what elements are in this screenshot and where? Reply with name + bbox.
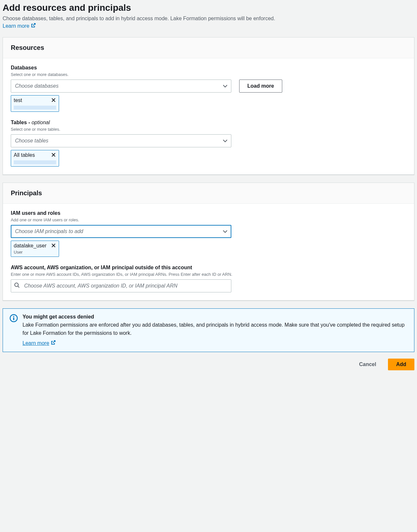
info-alert: You might get access denied Lake Formati… bbox=[3, 308, 414, 352]
principals-panel-title: Principals bbox=[11, 189, 406, 197]
remove-iam-button[interactable] bbox=[51, 243, 56, 249]
external-input[interactable] bbox=[11, 279, 231, 292]
iam-select-trigger[interactable]: Choose IAM principals to add bbox=[11, 225, 231, 238]
principals-panel-header: Principals bbox=[3, 183, 414, 204]
external-link-icon bbox=[31, 23, 36, 29]
alert-text: Lake Formation permissions are enforced … bbox=[23, 321, 408, 337]
learn-more-text: Learn more bbox=[3, 23, 29, 29]
info-icon bbox=[9, 314, 18, 347]
tables-placeholder: Choose tables bbox=[15, 138, 48, 144]
load-more-button[interactable]: Load more bbox=[239, 80, 282, 93]
database-token-label: test bbox=[14, 97, 22, 103]
databases-placeholder: Choose databases bbox=[15, 83, 58, 89]
external-label: AWS account, AWS organization, or IAM pr… bbox=[11, 265, 406, 271]
database-token: test bbox=[11, 95, 59, 112]
databases-select[interactable]: Choose databases bbox=[11, 80, 231, 93]
footer-actions: Cancel Add bbox=[3, 359, 414, 373]
tables-select[interactable]: Choose tables bbox=[11, 134, 231, 147]
iam-field: IAM users and roles Add one or more IAM … bbox=[11, 210, 406, 257]
remove-table-button[interactable] bbox=[51, 152, 56, 158]
token-bar bbox=[14, 106, 56, 110]
databases-select-trigger[interactable]: Choose databases bbox=[11, 80, 231, 93]
external-description: Enter one or more AWS account IDs, AWS o… bbox=[11, 272, 406, 277]
remove-database-button[interactable] bbox=[51, 97, 56, 104]
cancel-button[interactable]: Cancel bbox=[352, 359, 382, 370]
iam-token: datalake_user User bbox=[11, 241, 59, 257]
iam-label: IAM users and roles bbox=[11, 210, 406, 216]
alert-learn-more-text: Learn more bbox=[23, 340, 49, 346]
tables-field: Tables - optional Select one or more tab… bbox=[11, 120, 406, 167]
page-description: Choose databases, tables, and principals… bbox=[3, 16, 414, 22]
databases-field: Databases Select one or more databases. … bbox=[11, 65, 406, 112]
iam-token-sublabel: User bbox=[14, 250, 56, 255]
resources-panel-header: Resources bbox=[3, 37, 414, 58]
principals-panel: Principals IAM users and roles Add one o… bbox=[3, 183, 414, 301]
close-icon bbox=[51, 97, 56, 104]
search-icon bbox=[14, 282, 20, 289]
iam-placeholder: Choose IAM principals to add bbox=[15, 229, 83, 234]
external-link-icon bbox=[51, 340, 56, 347]
resources-panel: Resources Databases Select one or more d… bbox=[3, 37, 414, 175]
token-bar bbox=[14, 160, 56, 164]
svg-point-0 bbox=[15, 283, 18, 287]
tables-description: Select one or more tables. bbox=[11, 127, 406, 132]
alert-title: You might get access denied bbox=[23, 314, 408, 320]
add-button[interactable]: Add bbox=[388, 359, 414, 370]
optional-label: optional bbox=[32, 120, 50, 125]
databases-label: Databases bbox=[11, 65, 406, 71]
close-icon bbox=[51, 243, 56, 249]
table-token: All tables bbox=[11, 150, 59, 167]
svg-point-2 bbox=[13, 316, 14, 317]
external-field: AWS account, AWS organization, or IAM pr… bbox=[11, 265, 406, 292]
databases-description: Select one or more databases. bbox=[11, 72, 406, 77]
svg-rect-3 bbox=[13, 318, 14, 320]
tables-label: Tables - optional bbox=[11, 120, 406, 126]
resources-panel-title: Resources bbox=[11, 44, 406, 52]
iam-select[interactable]: Choose IAM principals to add bbox=[11, 225, 231, 238]
alert-learn-more-link[interactable]: Learn more bbox=[23, 340, 56, 347]
iam-token-label: datalake_user bbox=[14, 243, 47, 249]
iam-description: Add one or more IAM users or roles. bbox=[11, 217, 406, 222]
page-title: Add resources and principals bbox=[3, 3, 414, 13]
tables-select-trigger[interactable]: Choose tables bbox=[11, 134, 231, 147]
table-token-label: All tables bbox=[14, 152, 35, 158]
close-icon bbox=[51, 152, 56, 158]
learn-more-link[interactable]: Learn more bbox=[3, 23, 36, 29]
